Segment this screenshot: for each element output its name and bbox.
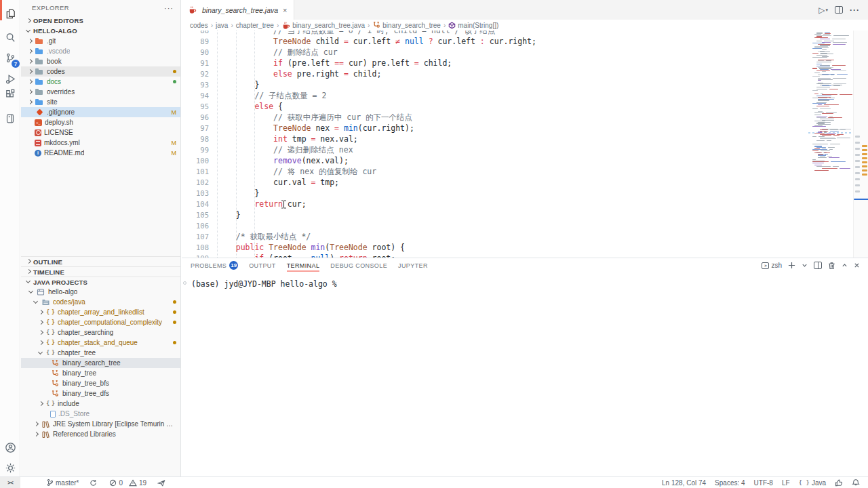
- terminal-content[interactable]: (base) jyd@JYD-MBP hello-algo %: [182, 272, 868, 289]
- code-line-99[interactable]: 99 // 递归删除结点 nex: [182, 144, 868, 155]
- kill-terminal-button[interactable]: [828, 262, 835, 270]
- minimap[interactable]: [811, 30, 853, 258]
- split-terminal-button[interactable]: [814, 262, 822, 269]
- code-line-108[interactable]: 108 public TreeNode min(TreeNode root) {: [182, 242, 868, 253]
- workspace-root-section[interactable]: HELLO-ALGO: [21, 26, 180, 36]
- code-line-101[interactable]: 101 // 将 nex 的值复制给 cur: [182, 166, 868, 177]
- breadcrumb-item-binary-search-tree-java[interactable]: binary_search_tree.java: [281, 21, 365, 30]
- notebook-view-button[interactable]: [0, 108, 20, 129]
- open-editors-section[interactable]: OPEN EDITORS: [21, 16, 180, 26]
- status-indentation[interactable]: Spaces: 4: [715, 477, 745, 488]
- breadcrumb-item-binary-search-tree[interactable]: binary_search_tree: [372, 21, 441, 29]
- tree-item-vscode[interactable]: .vscode: [21, 46, 180, 56]
- tree-item-codes-java[interactable]: codes/java: [21, 297, 180, 307]
- tree-item-jre-system-library-eclipse-temurin-17-17[interactable]: JRE System Library [Eclipse Temurin 17 […: [21, 419, 180, 429]
- settings-button[interactable]: [0, 458, 20, 478]
- code-line-98[interactable]: 98 int tmp = nex.val;: [182, 134, 868, 144]
- panel-tab-debug-console[interactable]: DEBUG CONSOLE: [330, 258, 387, 272]
- status-encoding[interactable]: UTF-8: [754, 477, 773, 488]
- tree-item-license[interactable]: LICENSE: [21, 127, 180, 138]
- terminal-dropdown-button[interactable]: [802, 262, 808, 268]
- branch-status[interactable]: master*: [46, 477, 79, 488]
- code-line-97[interactable]: 97 TreeNode nex = min(cur.right);: [182, 123, 868, 134]
- tree-item-binary-search-tree[interactable]: binary_search_tree: [21, 358, 180, 368]
- overview-ruler[interactable]: [853, 30, 868, 258]
- modified-dot: [173, 70, 176, 73]
- tree-item-mkdocs-yml[interactable]: mkdocs.ymlM: [21, 138, 180, 148]
- tree-item-ds-store[interactable]: .DS_Store: [21, 409, 180, 419]
- problems-status[interactable]: 0 19: [109, 477, 146, 488]
- remote-indicator[interactable]: ><: [0, 477, 20, 488]
- java-status-button[interactable]: [835, 477, 843, 488]
- code-line-95[interactable]: 95 else {: [182, 101, 868, 112]
- code-line-93[interactable]: 93 }: [182, 79, 868, 90]
- code-line-89[interactable]: 89 TreeNode child = cur.left ≠ null ? cu…: [182, 36, 868, 47]
- code-line-106[interactable]: 106: [182, 220, 868, 231]
- code-line-103[interactable]: 103 }: [182, 188, 868, 199]
- tree-item-binary-tree-bfs[interactable]: binary_tree_bfs: [21, 378, 180, 388]
- code-line-90[interactable]: 90 // 删除结点 cur: [182, 47, 868, 58]
- tree-item-gitignore[interactable]: .gitignoreM: [21, 107, 180, 117]
- extensions-view-button[interactable]: [0, 84, 20, 104]
- new-terminal-button[interactable]: [788, 262, 795, 269]
- breadcrumb-item-java[interactable]: java: [216, 22, 228, 29]
- tree-item-codes[interactable]: codes: [21, 66, 180, 77]
- tree-item-referenced-libraries[interactable]: Referenced Libraries: [21, 429, 180, 439]
- code-line-88[interactable]: 88 // 当子结点数量 = 0 / 1 时, child = null / 该…: [182, 30, 868, 36]
- editor-more-actions-button[interactable]: ···: [850, 5, 860, 15]
- run-java-button[interactable]: ▷ ▾: [818, 5, 828, 15]
- tree-item-hello-algo[interactable]: hello-algo: [21, 287, 180, 297]
- notifications-bell-button[interactable]: [852, 477, 860, 488]
- java-projects-section[interactable]: JAVA PROJECTS: [21, 277, 180, 287]
- breadcrumb-item-main-string[interactable]: main(String[]): [448, 22, 498, 29]
- code-line-100[interactable]: 100 remove(nex.val);: [182, 155, 868, 166]
- tree-item-chapter-searching[interactable]: chapter_searching: [21, 327, 180, 338]
- close-panel-button[interactable]: [854, 262, 860, 268]
- outline-section[interactable]: OUTLINE: [21, 256, 180, 266]
- code-line-102[interactable]: 102 cur.val = tmp;: [182, 177, 868, 188]
- timeline-section[interactable]: TIMELINE: [21, 266, 180, 277]
- close-tab-icon[interactable]: ×: [283, 6, 287, 14]
- code-line-91[interactable]: 91 if (pre.left == cur) pre.left = child…: [182, 58, 868, 68]
- tree-item-overrides[interactable]: overrides: [21, 87, 180, 97]
- explorer-view-button[interactable]: [0, 3, 20, 24]
- panel-tab-terminal[interactable]: TERMINAL: [287, 258, 320, 272]
- explorer-more-actions-icon[interactable]: ···: [164, 4, 174, 12]
- code-line-109[interactable]: 109 if (root == null) return root;: [182, 253, 868, 258]
- code-line-107[interactable]: 107 /* 获取最小结点 */: [182, 231, 868, 242]
- tree-item-chapter-array-and-linkedlist[interactable]: chapter_array_and_linkedlist: [21, 307, 180, 317]
- tree-item-chapter-tree[interactable]: chapter_tree: [21, 348, 180, 358]
- panel-tab-jupyter[interactable]: JUPYTER: [398, 258, 428, 272]
- tab-binary-search-tree[interactable]: binary_search_tree.java ×: [182, 0, 294, 20]
- maximize-panel-button[interactable]: [842, 262, 848, 268]
- terminal-profile[interactable]: zsh: [762, 262, 782, 269]
- tree-item-docs[interactable]: docs: [21, 77, 180, 87]
- panel-tab-problems[interactable]: PROBLEMS19: [191, 258, 238, 272]
- tree-item-binary-tree[interactable]: binary_tree: [21, 368, 180, 378]
- feedback-button[interactable]: [157, 477, 165, 488]
- source-control-view-button[interactable]: 7: [0, 47, 20, 68]
- tree-item-deploy-sh[interactable]: deploy.sh: [21, 117, 180, 127]
- code-editor[interactable]: 88 // 当子结点数量 = 0 / 1 时, child = null / 该…: [182, 30, 868, 258]
- status-eol[interactable]: LF: [782, 477, 790, 488]
- tree-item-site[interactable]: site: [21, 97, 180, 107]
- status-language-mode[interactable]: { }Java: [799, 477, 826, 488]
- breadcrumb-item-chapter-tree[interactable]: chapter_tree: [236, 22, 274, 29]
- code-line-96[interactable]: 96 // 获取中序遍历中 cur 的下一个结点: [182, 112, 868, 123]
- search-view-button[interactable]: [0, 27, 20, 47]
- tree-item-binary-tree-dfs[interactable]: binary_tree_dfs: [21, 388, 180, 399]
- code-line-94[interactable]: 94 // 子结点数量 = 2: [182, 90, 868, 101]
- tree-item-include[interactable]: include: [21, 399, 180, 409]
- tree-item-git[interactable]: .git: [21, 36, 180, 46]
- breadcrumb-item-codes[interactable]: codes: [190, 22, 208, 29]
- tree-item-readme-md[interactable]: README.mdM: [21, 148, 180, 158]
- accounts-button[interactable]: [0, 437, 20, 458]
- status-cursor-position[interactable]: Ln 128, Col 74: [662, 477, 706, 488]
- split-editor-button[interactable]: [835, 6, 843, 14]
- tree-item-chapter-computational-complexity[interactable]: chapter_computational_complexity: [21, 317, 180, 327]
- panel-tab-output[interactable]: OUTPUT: [249, 258, 275, 272]
- sync-changes-button[interactable]: [90, 477, 97, 488]
- tree-item-chapter-stack-and-queue[interactable]: chapter_stack_and_queue: [21, 338, 180, 348]
- code-line-92[interactable]: 92 else pre.right = child;: [182, 68, 868, 79]
- tree-item-book[interactable]: book: [21, 56, 180, 66]
